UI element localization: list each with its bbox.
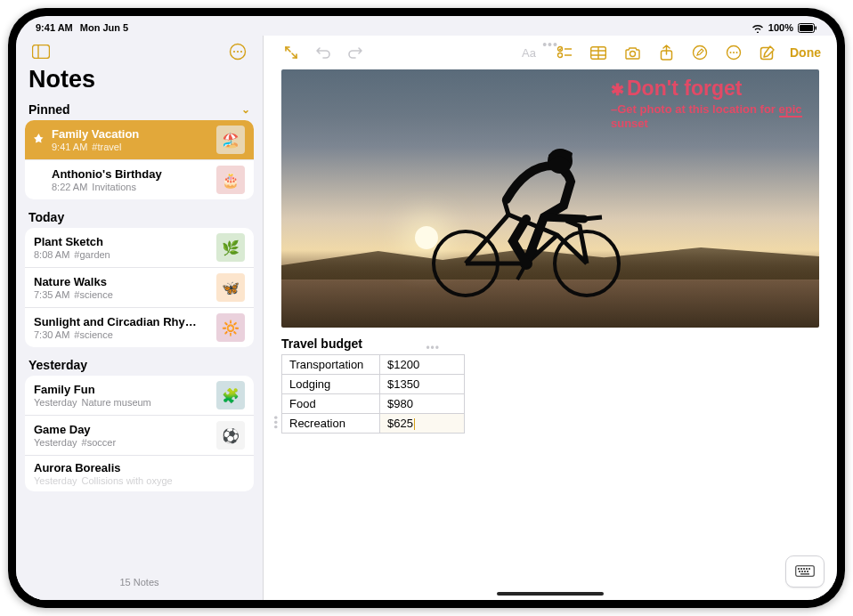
note-thumbnail: ⚽	[216, 421, 245, 450]
svg-rect-36	[799, 571, 800, 572]
note-item-plant-sketch[interactable]: Plant Sketch 8:08 AM#garden 🌿	[25, 228, 254, 268]
annotation-subline: –Get photo at this location for epic sun…	[611, 102, 807, 132]
section-header-today: Today	[16, 207, 263, 226]
svg-rect-31	[798, 568, 800, 570]
note-thumbnail: 🏖️	[216, 126, 245, 154]
note-thumbnail: 🧩	[216, 381, 245, 409]
svg-rect-37	[801, 571, 803, 572]
svg-text:Aa: Aa	[522, 46, 537, 60]
budget-table[interactable]: Transportation$1200 Lodging$1350 Food$98…	[281, 354, 465, 434]
table-row: Transportation$1200	[282, 355, 465, 375]
table-button[interactable]	[583, 40, 613, 65]
svg-rect-38	[804, 571, 806, 572]
battery-icon	[798, 23, 817, 33]
note-hero-image[interactable]: Don't forget –Get photo at this location…	[281, 69, 819, 328]
more-options-button[interactable]	[225, 39, 250, 64]
svg-rect-34	[806, 568, 808, 570]
table-row: Lodging$1350	[282, 375, 465, 394]
pin-icon	[34, 134, 45, 146]
camera-button[interactable]	[617, 40, 647, 65]
note-group-today: Plant Sketch 8:08 AM#garden 🌿 Nature Wal…	[25, 228, 254, 347]
svg-point-24	[736, 52, 738, 53]
table-row: Food$980	[282, 394, 465, 414]
sidebar-title: Notes	[16, 66, 263, 99]
table-row-handle-icon[interactable]: •••	[269, 416, 281, 430]
note-item-anthonios-birthday[interactable]: Anthonio's Birthday 8:22 AMInvitations 🎂	[25, 160, 254, 199]
redo-button[interactable]	[340, 40, 370, 65]
done-button[interactable]: Done	[786, 45, 825, 60]
multitask-handle-icon[interactable]: •••	[542, 37, 558, 52]
chevron-down-icon: ⌄	[241, 103, 250, 116]
svg-point-12	[558, 53, 563, 58]
svg-rect-32	[800, 568, 802, 570]
handwritten-annotation: Don't forget –Get photo at this location…	[611, 77, 807, 132]
table-column-handle-icon[interactable]: •••	[426, 342, 440, 354]
note-title: Family Vacation	[52, 127, 209, 141]
section-header-yesterday: Yesterday	[16, 354, 263, 374]
note-group-pinned: Family Vacation 9:41 AM#travel 🏖️ Anthon…	[25, 120, 254, 199]
svg-rect-33	[803, 568, 805, 570]
table-row: Recreation$625	[282, 414, 465, 434]
note-item-family-vacation[interactable]: Family Vacation 9:41 AM#travel 🏖️	[25, 120, 254, 160]
undo-button[interactable]	[308, 40, 338, 65]
note-thumbnail: 🔆	[216, 313, 245, 342]
compose-button[interactable]	[752, 40, 783, 65]
text-cursor	[414, 418, 415, 430]
wifi-icon	[751, 23, 764, 33]
status-date: Mon Jun 5	[80, 22, 128, 33]
sidebar-toggle-button[interactable]	[28, 39, 53, 64]
svg-point-6	[233, 51, 235, 53]
note-thumbnail: 🌿	[216, 233, 245, 262]
svg-rect-3	[33, 45, 50, 59]
svg-point-8	[240, 51, 242, 53]
svg-point-20	[694, 46, 707, 60]
svg-rect-2	[816, 26, 817, 29]
keyboard-button[interactable]	[785, 555, 825, 588]
markup-button[interactable]	[685, 40, 715, 65]
note-item-aurora-borealis[interactable]: Aurora Borealis YesterdayCollisions with…	[25, 456, 254, 491]
sidebar-footer-count: 15 Notes	[16, 570, 263, 600]
note-item-sunlight-circadian[interactable]: Sunlight and Circadian Rhy… 7:30 AM#scie…	[25, 308, 254, 347]
cyclist-silhouette	[410, 121, 660, 299]
editor-more-button[interactable]	[719, 40, 749, 65]
status-time: 9:41 AM	[36, 22, 73, 33]
screen: 9:41 AM Mon Jun 5 100% Notes	[16, 16, 837, 600]
svg-rect-39	[807, 571, 808, 572]
svg-rect-1	[800, 25, 813, 31]
svg-rect-35	[808, 568, 810, 570]
section-header-pinned[interactable]: Pinned ⌄	[16, 99, 263, 118]
svg-point-22	[730, 52, 732, 53]
note-body[interactable]: Don't forget –Get photo at this location…	[264, 69, 837, 600]
svg-rect-40	[800, 573, 809, 575]
sidebar: Notes Pinned ⌄ Family Vacation 9:41 AM#t…	[16, 36, 264, 600]
note-thumbnail: 🦋	[216, 273, 245, 302]
table-title: Travel budget	[281, 336, 819, 351]
note-item-nature-walks[interactable]: Nature Walks 7:35 AM#science 🦋	[25, 268, 254, 308]
ipad-frame: 9:41 AM Mon Jun 5 100% Notes	[8, 8, 845, 608]
expand-button[interactable]	[276, 40, 306, 65]
note-thumbnail: 🎂	[216, 166, 245, 194]
note-item-family-fun[interactable]: Family Fun YesterdayNature museum 🧩	[25, 376, 254, 416]
format-button[interactable]: Aa	[516, 40, 546, 65]
svg-point-18	[630, 51, 635, 56]
note-item-game-day[interactable]: Game Day Yesterday#soccer ⚽	[25, 416, 254, 456]
svg-point-7	[237, 51, 239, 53]
note-group-yesterday: Family Fun YesterdayNature museum 🧩 Game…	[25, 376, 254, 491]
svg-point-23	[733, 52, 735, 53]
note-title: Anthonio's Birthday	[52, 167, 209, 181]
share-button[interactable]	[651, 40, 681, 65]
battery-percent: 100%	[768, 22, 793, 33]
home-indicator[interactable]	[497, 592, 604, 596]
annotation-headline: Don't forget	[611, 77, 807, 101]
note-editor: ••• Aa	[264, 36, 837, 600]
status-bar: 9:41 AM Mon Jun 5 100%	[16, 16, 837, 36]
